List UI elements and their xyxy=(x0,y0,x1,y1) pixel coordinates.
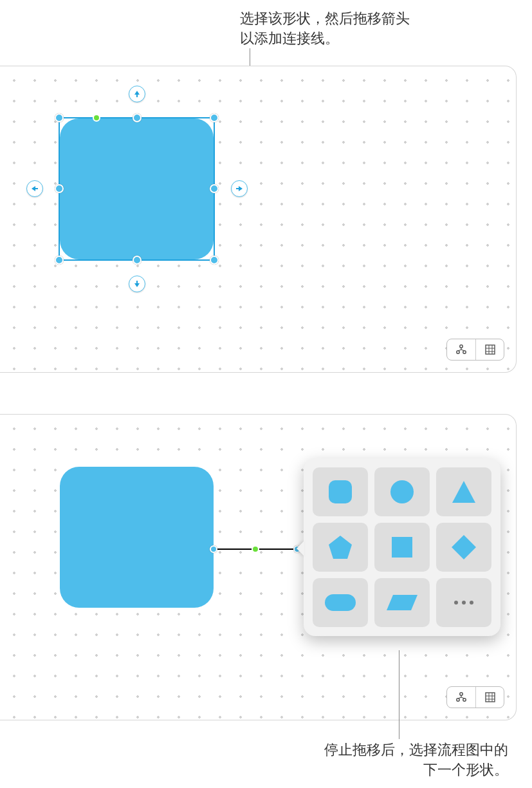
callout-bottom: 停止拖移后，选择流程图中的 下一个形状。 xyxy=(148,740,508,780)
svg-rect-8 xyxy=(392,537,412,558)
shape-option-diamond[interactable] xyxy=(436,523,491,572)
svg-marker-11 xyxy=(387,595,417,610)
resize-handle-s[interactable] xyxy=(133,256,142,265)
svg-marker-9 xyxy=(452,535,476,559)
resize-handle-e[interactable] xyxy=(210,184,219,193)
selected-shape[interactable] xyxy=(60,118,214,259)
svg-rect-3 xyxy=(486,345,495,354)
canvas-panel-1 xyxy=(0,66,517,373)
svg-point-14 xyxy=(470,601,473,605)
resize-handle-sw[interactable] xyxy=(55,256,64,265)
svg-rect-4 xyxy=(329,480,352,503)
svg-point-1 xyxy=(457,351,459,353)
leader-line-bottom xyxy=(399,650,399,739)
shape-option-pentagon[interactable] xyxy=(313,523,368,572)
resize-handle-ne[interactable] xyxy=(210,113,219,122)
svg-marker-6 xyxy=(452,481,475,503)
svg-point-16 xyxy=(457,699,459,701)
rotation-handle[interactable] xyxy=(93,114,100,122)
source-shape[interactable] xyxy=(60,467,214,608)
canvas-toolbar xyxy=(446,339,504,361)
svg-point-17 xyxy=(463,699,466,701)
connect-arrow-down[interactable] xyxy=(129,276,145,292)
svg-point-5 xyxy=(390,480,414,503)
shape-option-triangle[interactable] xyxy=(436,467,491,516)
shape-option-more[interactable] xyxy=(436,578,491,627)
connect-arrow-right[interactable] xyxy=(231,180,248,197)
svg-point-0 xyxy=(460,345,463,348)
connect-arrow-up[interactable] xyxy=(129,86,145,102)
shape-option-square[interactable] xyxy=(374,523,430,572)
resize-handle-w[interactable] xyxy=(55,184,64,193)
svg-point-13 xyxy=(462,601,466,605)
resize-handle-se[interactable] xyxy=(210,256,219,265)
svg-rect-10 xyxy=(325,594,356,611)
svg-point-12 xyxy=(454,601,458,605)
resize-handle-n[interactable] xyxy=(133,113,142,122)
shape-option-circle[interactable] xyxy=(374,467,430,516)
callout-top: 选择该形状，然后拖移箭头 以添加连接线。 xyxy=(240,9,410,49)
svg-point-2 xyxy=(463,351,466,353)
diagram-mode-button[interactable] xyxy=(447,339,475,360)
shape-option-parallelogram[interactable] xyxy=(374,578,430,627)
canvas-panel-2 xyxy=(0,414,517,720)
resize-handle-nw[interactable] xyxy=(55,113,64,122)
svg-marker-7 xyxy=(329,536,352,559)
connector-mid-handle[interactable] xyxy=(252,545,259,553)
svg-point-15 xyxy=(460,693,463,695)
svg-rect-18 xyxy=(486,693,495,702)
canvas-toolbar xyxy=(446,686,504,708)
grid-toggle-button[interactable] xyxy=(475,339,504,360)
connector-start-point[interactable] xyxy=(210,545,217,553)
shape-option-rounded-square[interactable] xyxy=(313,467,368,516)
diagram-mode-button[interactable] xyxy=(447,687,475,708)
grid-toggle-button[interactable] xyxy=(475,687,504,708)
shape-option-capsule[interactable] xyxy=(313,578,368,627)
connect-arrow-left[interactable] xyxy=(26,180,43,197)
shape-picker-popover xyxy=(304,458,500,636)
